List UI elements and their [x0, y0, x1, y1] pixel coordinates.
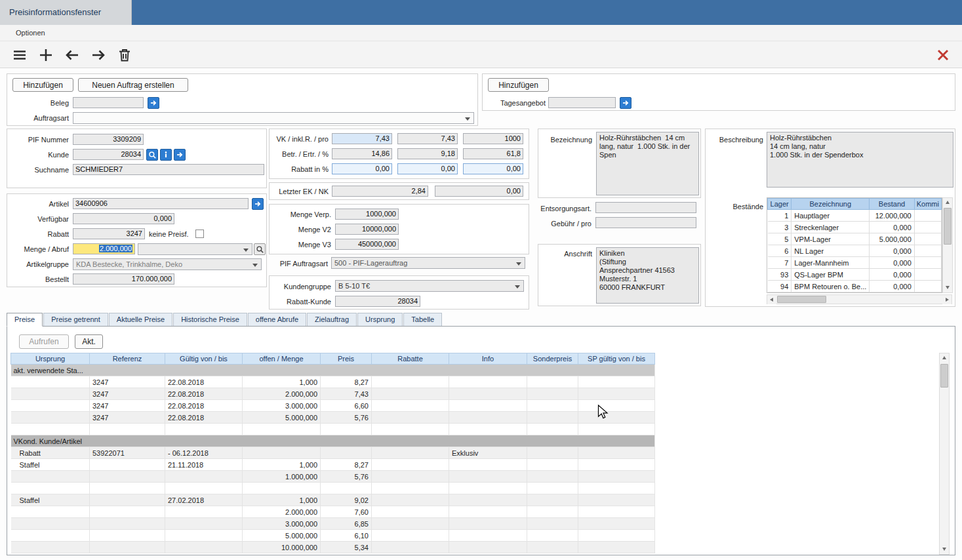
price-table-row[interactable] — [11, 424, 655, 435]
tab-preise-getrennt[interactable]: Preise getrennt — [43, 313, 108, 326]
scroll-right-arrow[interactable] — [942, 295, 952, 304]
add-button[interactable] — [37, 46, 55, 64]
price-table-column-header[interactable]: offen / Menge — [243, 353, 321, 365]
tagesangebot-input[interactable] — [548, 97, 616, 108]
hinzufuegen-button[interactable]: Hinzufügen — [12, 78, 73, 92]
menge-v2-field[interactable]: 10000,000 — [335, 224, 399, 235]
price-table-row[interactable]: 324722.08.20185.000,0005,76 — [11, 412, 655, 424]
price-table-row[interactable]: 3.000,0006,85 — [11, 518, 655, 530]
verfuegbar-field[interactable]: 0,000 — [73, 213, 174, 224]
price-table-section-row[interactable]: akt. verwendete Sta... — [11, 365, 655, 376]
betr-field-1[interactable]: 14,86 — [332, 148, 392, 159]
artikel-field[interactable]: 34600906 — [73, 198, 249, 209]
tab-zielauftrag[interactable]: Zielauftrag — [307, 313, 357, 326]
betr-field-3[interactable]: 61,8 — [463, 148, 523, 159]
bestaende-table-column-header[interactable]: Bezeichnung — [792, 199, 870, 210]
bestaende-table-row[interactable]: 3Streckenlager0,000 — [768, 222, 942, 233]
anschrift-textarea[interactable]: Kliniken (Stiftung Ansprechpartner 41563… — [596, 247, 699, 304]
betr-field-2[interactable]: 9,18 — [397, 148, 458, 159]
kunde-search-button[interactable] — [146, 149, 158, 161]
menu-button[interactable] — [10, 46, 29, 64]
rabatt-kunde-field[interactable]: 28034 — [335, 296, 420, 307]
bestaende-table-row[interactable]: 7Lager-Mannheim0,000 — [768, 257, 942, 269]
menge-abruf-unit-dropdown[interactable] — [138, 243, 252, 255]
artikelgruppe-dropdown[interactable]: KDA Bestecke, Trinkhalme, Deko — [73, 258, 262, 270]
kunde-field[interactable]: 28034 — [73, 149, 144, 160]
akt-button[interactable]: Akt. — [75, 334, 103, 349]
kunde-go-button[interactable] — [174, 149, 186, 161]
window-tab[interactable]: Preisinformationsfenster — [0, 0, 132, 25]
price-table-row[interactable]: 324722.08.20181,0008,27 — [11, 376, 655, 388]
bestaende-table-column-header[interactable]: Kommi — [914, 199, 941, 210]
pif-nummer-field[interactable]: 3309209 — [73, 134, 144, 145]
price-table-section-row[interactable]: VKond. Kunde/Artikel — [11, 435, 655, 447]
price-table-row[interactable]: 10.000,0005,34 — [11, 542, 655, 553]
scroll-thumb[interactable] — [944, 208, 952, 245]
price-table-column-header[interactable]: Ursprung — [11, 353, 90, 365]
scroll-down-arrow[interactable] — [940, 545, 949, 554]
delete-button[interactable] — [115, 46, 134, 64]
menge-verp-field[interactable]: 1000,000 — [335, 209, 399, 220]
bezeichnung-textarea[interactable]: Holz-Rührstäbchen 14 cm lang, natur 1.00… — [596, 132, 699, 195]
bestaende-table-row[interactable]: 94BPM Retouren o. Be...0,000 — [768, 281, 942, 292]
price-table-column-header[interactable]: Referenz — [90, 353, 165, 365]
neuen-auftrag-erstellen-button[interactable]: Neuen Auftrag erstellen — [78, 78, 188, 92]
price-table-column-header[interactable]: SP gültig von / bis — [578, 353, 655, 365]
price-table-vscrollbar[interactable] — [939, 353, 950, 555]
price-table-row[interactable]: 324722.08.20183.000,0006,60 — [11, 400, 655, 412]
pif-auftragsart-dropdown[interactable]: 500 - PIF-Lagerauftrag — [331, 257, 525, 269]
bestaende-table-row[interactable]: 5VPM-Lager5.000,000 — [768, 233, 942, 245]
scroll-up-arrow[interactable] — [940, 353, 949, 363]
bestaende-table-column-header[interactable]: Bestand — [870, 199, 914, 210]
price-table-row[interactable]: 5.000,0006,10 — [11, 530, 655, 542]
vk-field-2[interactable]: 7,43 — [397, 133, 458, 144]
scroll-thumb[interactable] — [940, 364, 948, 388]
price-table-row[interactable]: Rabatt53922071- 06.12.2018Exklusiv — [11, 447, 655, 459]
gebuehr-pro-field[interactable] — [595, 217, 696, 228]
scroll-up-arrow[interactable] — [943, 198, 952, 207]
scroll-down-arrow[interactable] — [943, 283, 952, 292]
artikel-go-button[interactable] — [252, 198, 264, 210]
price-table-column-header[interactable]: Info — [449, 353, 527, 365]
price-table-row[interactable]: 1.000,0005,76 — [11, 471, 655, 483]
entsorgungsart-field[interactable] — [595, 202, 696, 213]
beleg-input[interactable] — [73, 97, 144, 108]
bestellt-field[interactable]: 170.000,000 — [73, 273, 174, 285]
beschreibung-textarea[interactable]: Holz-Rührstäbchen 14 cm lang, natur 1.00… — [767, 132, 953, 188]
aufrufen-button[interactable]: Aufrufen — [19, 334, 69, 349]
price-table-column-header[interactable]: Sonderpreis — [527, 353, 578, 365]
price-table-row[interactable]: Staffel27.02.20181,0009,02 — [11, 494, 655, 506]
back-button[interactable] — [63, 46, 81, 64]
bestaende-vscrollbar[interactable] — [942, 197, 953, 293]
rabatt-pct-field-3[interactable]: 0,00 — [463, 163, 523, 174]
beleg-go-button[interactable] — [148, 97, 159, 109]
price-table-row[interactable] — [11, 483, 655, 494]
tab-preise[interactable]: Preise — [7, 313, 43, 327]
tab-aktuelle-preise[interactable]: Aktuelle Preise — [109, 313, 172, 326]
bestaende-table-row[interactable]: 93QS-Lager BPM0,000 — [768, 269, 942, 281]
price-table-column-header[interactable]: Gültig von / bis — [165, 353, 243, 365]
bestaende-table-row[interactable]: 6NL Lager0,000 — [768, 245, 942, 257]
close-button[interactable] — [934, 46, 952, 64]
bestaende-table-row[interactable]: 1Hauptlager12.000,000 — [768, 210, 942, 222]
price-table-row[interactable]: 324722.08.20182.000,0007,43 — [11, 388, 655, 400]
rabatt-field[interactable]: 3247 — [73, 228, 145, 239]
letzter-ek-field[interactable]: 2,84 — [332, 186, 428, 197]
letzter-nk-field[interactable]: 0,00 — [435, 186, 523, 197]
tab-historische-preise[interactable]: Historische Preise — [173, 313, 247, 326]
menge-abruf-field[interactable]: 2.000,000 — [73, 243, 135, 254]
suchname-field[interactable]: SCHMIEDER7 — [73, 164, 264, 175]
kundengruppe-dropdown[interactable]: B 5-10 T€ — [335, 280, 524, 292]
forward-button[interactable] — [89, 46, 108, 64]
tagesangebot-go-button[interactable] — [620, 97, 631, 109]
kunde-info-button[interactable] — [160, 149, 172, 161]
auftragsart-dropdown[interactable] — [73, 112, 474, 124]
vk-field-3[interactable]: 1000 — [463, 133, 523, 144]
hinzufuegen-button-right[interactable]: Hinzufügen — [488, 78, 549, 92]
tab-tabelle[interactable]: Tabelle — [403, 313, 442, 326]
rabatt-pct-field-1[interactable]: 0,00 — [332, 163, 392, 174]
price-table-row[interactable]: Staffel21.11.20181,0008,27 — [11, 459, 655, 471]
tab-ursprung[interactable]: Ursprung — [357, 313, 403, 326]
price-table-column-header[interactable]: Rabatte — [372, 353, 449, 365]
rabatt-pct-field-2[interactable]: 0,00 — [397, 163, 458, 174]
